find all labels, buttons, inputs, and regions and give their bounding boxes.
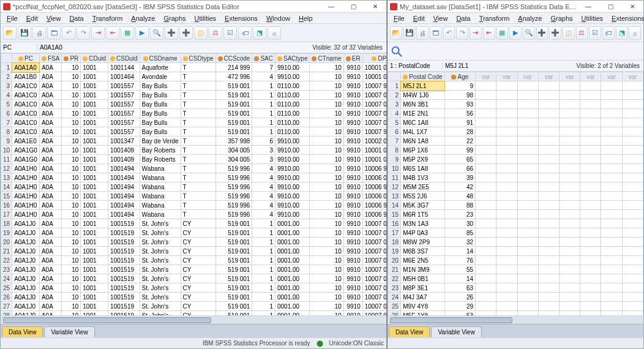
empty-cell[interactable] [601, 173, 622, 182]
empty-cell[interactable] [601, 201, 622, 210]
empty-cell[interactable] [517, 311, 538, 316]
empty-cell[interactable] [580, 283, 601, 293]
empty-cell[interactable] [580, 256, 601, 265]
cell[interactable]: 0110.00 [275, 81, 310, 91]
cell[interactable]: 10 [310, 265, 343, 274]
row-number[interactable]: 17 [388, 228, 401, 238]
row-number[interactable]: 27 [1, 302, 12, 311]
empty-cell[interactable] [622, 164, 643, 173]
cell[interactable]: 1001409 [108, 146, 140, 155]
cell[interactable]: A0A1H0 [12, 210, 40, 219]
cell[interactable]: 3 [252, 146, 275, 155]
cell[interactable]: A0A [39, 146, 61, 155]
cell[interactable]: Bay Roberts [140, 146, 181, 155]
empty-cell[interactable] [517, 146, 538, 155]
empty-cell[interactable] [622, 127, 643, 137]
cell[interactable]: 519 996 [215, 192, 252, 201]
goto-icon[interactable]: ⇥ [470, 26, 482, 40]
cell[interactable]: A0A1J0 [12, 238, 40, 247]
empty-cell[interactable] [538, 146, 559, 155]
empty-cell[interactable] [476, 228, 496, 238]
cell[interactable]: St. John's [140, 302, 181, 311]
row-number[interactable]: 11 [1, 155, 12, 164]
cell[interactable]: M1E 2N1 [401, 109, 444, 118]
empty-cell[interactable] [560, 146, 580, 155]
cell[interactable]: A0A [39, 127, 61, 137]
cell[interactable]: 1001 [81, 293, 108, 302]
cell[interactable]: 1001557 [108, 91, 140, 100]
cell[interactable]: 10 [310, 118, 343, 127]
empty-cell[interactable] [601, 210, 622, 219]
cell[interactable]: 0001.00 [275, 274, 310, 283]
cell[interactable]: 1 [252, 91, 275, 100]
cell[interactable]: M1N 3M9 [401, 265, 444, 274]
cell[interactable]: 10 [310, 100, 343, 109]
menu-data[interactable]: Data [452, 14, 474, 23]
cell[interactable]: T [181, 192, 215, 201]
empty-cell[interactable] [622, 265, 643, 274]
horizontal-scrollbar[interactable] [388, 315, 643, 324]
row-number[interactable]: 8 [388, 146, 401, 155]
empty-cell[interactable] [517, 293, 538, 302]
cell[interactable]: A0A1E0 [12, 137, 40, 146]
empty-cell[interactable] [560, 283, 580, 293]
empty-cell[interactable] [517, 247, 538, 256]
recall-icon[interactable]: 🗔 [430, 26, 442, 40]
empty-cell[interactable] [517, 274, 538, 283]
cell[interactable]: 9910 [343, 256, 362, 265]
empty-cell[interactable] [580, 109, 601, 118]
cell[interactable]: 10 [310, 164, 343, 173]
cell[interactable]: A0A [39, 210, 61, 219]
col-header[interactable]: SACtype [275, 54, 310, 63]
empty-cell[interactable] [622, 182, 643, 192]
cell[interactable]: 10 [310, 274, 343, 283]
minimize-button[interactable]: — [580, 2, 597, 12]
cell[interactable]: A0A1H0 [12, 173, 40, 182]
cell[interactable]: 1001494 [108, 192, 140, 201]
gotovar-icon[interactable]: ⇤ [483, 26, 495, 40]
cell[interactable]: 0001.00 [275, 247, 310, 256]
cell[interactable]: 1001 [81, 274, 108, 283]
cell[interactable]: CY [181, 302, 215, 311]
empty-cell[interactable] [517, 228, 538, 238]
row-number[interactable]: 23 [1, 265, 12, 274]
empty-cell[interactable] [517, 127, 538, 137]
cell[interactable]: 9910 [343, 201, 362, 210]
cell[interactable]: 1001557 [108, 127, 140, 137]
cell[interactable]: 9910 [343, 100, 362, 109]
cell[interactable]: 66 [444, 164, 476, 173]
cell[interactable]: 1001519 [108, 283, 140, 293]
col-header[interactable]: var [517, 72, 538, 81]
cell[interactable]: 10 [62, 164, 81, 173]
empty-cell[interactable] [601, 228, 622, 238]
row-number[interactable]: 10 [1, 146, 12, 155]
cell[interactable]: A0A [39, 201, 61, 210]
cell[interactable]: 519 996 [215, 164, 252, 173]
cell[interactable]: 1001494 [108, 201, 140, 210]
cell[interactable]: 93 [444, 100, 476, 109]
cell[interactable]: A0A [39, 238, 61, 247]
cell[interactable]: 1001 [81, 164, 108, 173]
cell[interactable]: 1 [252, 228, 275, 238]
cell[interactable]: 4 [252, 192, 275, 201]
empty-cell[interactable] [476, 173, 496, 182]
cell[interactable]: 53 [444, 311, 476, 316]
cell[interactable]: 9910.00 [275, 155, 310, 164]
cell[interactable]: 9910 [343, 164, 362, 173]
empty-cell[interactable] [538, 238, 559, 247]
empty-cell[interactable] [580, 228, 601, 238]
cell[interactable]: 1001464 [108, 72, 140, 81]
cell[interactable]: 1 [252, 283, 275, 293]
cell[interactable]: M4B 1V3 [401, 173, 444, 182]
empty-cell[interactable] [622, 91, 643, 100]
cell[interactable]: 63 [444, 283, 476, 293]
cell[interactable]: CY [181, 283, 215, 293]
empty-cell[interactable] [476, 118, 496, 127]
empty-cell[interactable] [476, 91, 496, 100]
cell[interactable]: 10 [62, 210, 81, 219]
cell[interactable]: A0A [39, 256, 61, 265]
cell[interactable]: T [181, 137, 215, 146]
insert-var-icon[interactable]: ➕ [179, 26, 193, 40]
cell[interactable]: A0A1H0 [12, 182, 40, 192]
cell[interactable]: 1 [252, 265, 275, 274]
